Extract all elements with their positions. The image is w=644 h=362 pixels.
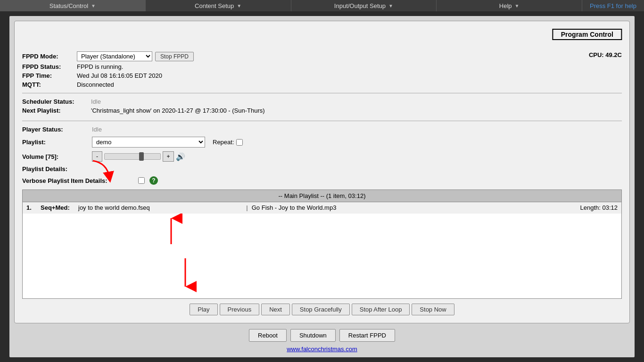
fppd-status-value: FPPD is running. [77, 63, 123, 70]
mqtt-row: MQTT: Disconnected [22, 81, 194, 88]
arrow-down-indicator [173, 256, 202, 294]
item-number: 1. [26, 204, 41, 211]
verbose-label: Verbose Playlist Item Details: [22, 177, 135, 184]
arrow-detail-indicator [88, 158, 116, 184]
top-nav: Status/Control ▼ Content Setup ▼ Input/O… [0, 0, 644, 11]
scheduler-section: Scheduler Status: Idle Next Playlist: 'C… [22, 98, 622, 121]
arrow-up-indicator [159, 214, 183, 247]
playlist-table-header: -- Main Playlist -- (1 item, 03:12) [23, 190, 621, 202]
table-row[interactable]: 1. Seq+Med: joy to the world demo.fseq |… [23, 202, 621, 214]
status-left: FPPD Mode: Player (Standalone) Stop FPPD… [22, 51, 194, 88]
restart-fppd-button[interactable]: Restart FPPD [339, 329, 395, 342]
volume-thumb[interactable] [139, 152, 144, 161]
player-status-value: Idle [92, 126, 102, 133]
fppd-status-label: FPPD Status: [22, 63, 74, 70]
nav-content-setup-arrow: ▼ [237, 3, 241, 8]
nav-help-arrow: ▼ [515, 3, 520, 8]
scheduler-status-label: Scheduler Status: [22, 98, 88, 105]
nav-help[interactable]: Help ▼ [437, 0, 582, 11]
next-button[interactable]: Next [261, 304, 290, 315]
volume-increase-button[interactable]: + [163, 151, 174, 162]
item-type: Seq+Med: [41, 204, 78, 211]
volume-icon: 🔊 [176, 152, 185, 161]
cpu-label: CPU: [589, 51, 604, 58]
nav-input-output-setup-label: Input/Output Setup [334, 2, 386, 9]
nav-status-control-label: Status/Control [50, 2, 88, 9]
player-status-label: Player Status: [22, 126, 88, 133]
panel-title: Program Control [553, 29, 622, 40]
stop-now-button[interactable]: Stop Now [412, 304, 454, 315]
playlist-details-label: Playlist Details: [22, 165, 88, 173]
nav-content-setup-label: Content Setup [195, 2, 234, 9]
main-content: Program Control FPPD Mode: Player (Stand… [9, 16, 635, 357]
playlist-table-container: -- Main Playlist -- (1 item, 03:12) 1. S… [22, 189, 622, 299]
repeat-checkbox[interactable] [236, 139, 243, 146]
reboot-button[interactable]: Reboot [249, 329, 287, 342]
fpp-time-value: Wed Jul 08 16:16:05 EDT 2020 [77, 72, 162, 79]
previous-button[interactable]: Previous [220, 304, 260, 315]
nav-input-output-setup[interactable]: Input/Output Setup ▼ [291, 0, 437, 11]
cpu-value: 49.2C [605, 51, 622, 58]
bottom-buttons: Reboot Shutdown Restart FPPD [14, 329, 630, 342]
repeat-text: Repeat: [213, 139, 234, 146]
playlist-table-body: 1. Seq+Med: joy to the world demo.fseq |… [23, 202, 621, 298]
player-section: Player Status: Idle Playlist: demo Chris… [22, 126, 622, 185]
scheduler-status-row: Scheduler Status: Idle [22, 98, 622, 105]
next-playlist-value: 'Christmas_light show' on 2020-11-27 @ 1… [91, 107, 265, 114]
press-f1-help: Press F1 for help [582, 0, 644, 11]
player-status-row: Player Status: Idle [22, 126, 622, 133]
item-length: Length: 03:12 [580, 204, 618, 211]
item-separator: | [246, 204, 248, 211]
control-buttons: Play Previous Next Stop Gracefully Stop … [22, 304, 622, 315]
fppd-mode-row: FPPD Mode: Player (Standalone) Stop FPPD [22, 51, 194, 61]
fppd-mode-select[interactable]: Player (Standalone) [77, 51, 152, 61]
stop-gracefully-button[interactable]: Stop Gracefully [292, 304, 350, 315]
playlist-select-row: Playlist: demo Christmas_light show Repe… [22, 137, 622, 148]
program-control-panel: Program Control FPPD Mode: Player (Stand… [14, 21, 630, 323]
item-seq: joy to the world demo.fseq [78, 204, 242, 211]
volume-label: Volume [75]: [22, 153, 88, 160]
next-playlist-row: Next Playlist: 'Christmas_light show' on… [22, 107, 622, 114]
playlist-label: Playlist: [22, 139, 88, 146]
status-section: FPPD Mode: Player (Standalone) Stop FPPD… [22, 51, 622, 93]
shutdown-button[interactable]: Shutdown [290, 329, 336, 342]
nav-content-setup[interactable]: Content Setup ▼ [146, 0, 291, 11]
fppd-status-row: FPPD Status: FPPD is running. [22, 63, 194, 70]
playlist-details-row: Playlist Details: [22, 165, 622, 173]
verbose-checkbox[interactable] [138, 177, 145, 184]
cpu-info: CPU: 49.2C [589, 51, 622, 58]
nav-input-output-setup-arrow: ▼ [388, 3, 393, 8]
stop-fppd-button[interactable]: Stop FPPD [155, 52, 194, 61]
repeat-label-group: Repeat: [213, 139, 243, 146]
mqtt-value: Disconnected [77, 81, 114, 88]
help-circle-icon[interactable]: ? [149, 176, 158, 185]
scheduler-status-value: Idle [91, 98, 101, 105]
play-button[interactable]: Play [190, 304, 217, 315]
stop-after-loop-button[interactable]: Stop After Loop [352, 304, 410, 315]
playlist-empty-area [23, 214, 621, 298]
fppd-mode-label: FPPD Mode: [22, 53, 74, 60]
next-playlist-label: Next Playlist: [22, 107, 88, 114]
nav-help-label: Help [499, 2, 512, 9]
nav-status-control[interactable]: Status/Control ▼ [0, 0, 146, 11]
mqtt-label: MQTT: [22, 81, 74, 88]
fpp-time-row: FPP Time: Wed Jul 08 16:16:05 EDT 2020 [22, 72, 194, 79]
footer-link[interactable]: www.falconchristmas.com [14, 346, 630, 353]
nav-status-control-arrow: ▼ [91, 3, 96, 8]
item-media: Go Fish - Joy to the World.mp3 [252, 204, 580, 211]
fpp-time-label: FPP Time: [22, 72, 74, 79]
playlist-select[interactable]: demo Christmas_light show [92, 137, 205, 148]
